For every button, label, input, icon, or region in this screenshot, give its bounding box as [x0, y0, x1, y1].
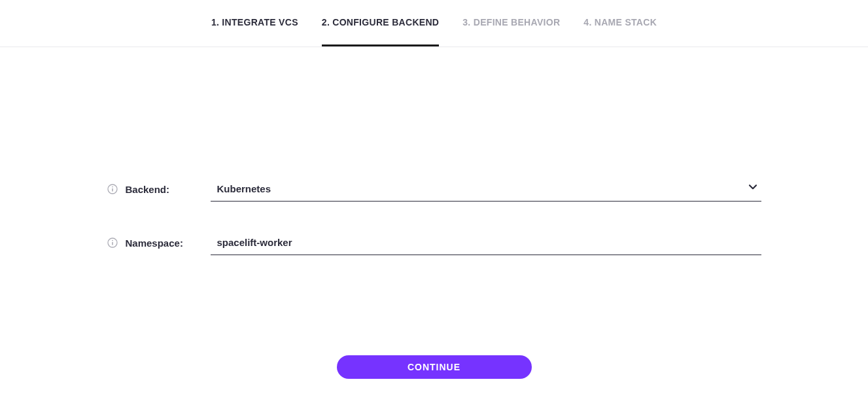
info-icon[interactable] — [107, 184, 118, 194]
namespace-row: Namespace: — [107, 230, 761, 255]
tab-integrate-vcs[interactable]: 1. INTEGRATE VCS — [211, 0, 298, 46]
wizard-steps: 1. INTEGRATE VCS 2. CONFIGURE BACKEND 3.… — [0, 0, 868, 47]
backend-select[interactable]: Kubernetes — [211, 177, 761, 202]
tab-define-behavior: 3. DEFINE BEHAVIOR — [462, 0, 560, 46]
svg-point-2 — [112, 186, 113, 188]
tab-label: 3. DEFINE BEHAVIOR — [462, 17, 560, 27]
tab-name-stack: 4. NAME STACK — [583, 0, 657, 46]
continue-button[interactable]: CONTINUE — [337, 355, 532, 379]
tab-label: 2. CONFIGURE BACKEND — [322, 17, 439, 27]
continue-label: CONTINUE — [408, 362, 460, 372]
backend-row: Backend: Kubernetes — [107, 177, 761, 202]
namespace-input[interactable] — [211, 230, 761, 255]
info-icon[interactable] — [107, 238, 118, 248]
tab-label: 1. INTEGRATE VCS — [211, 17, 298, 27]
svg-point-5 — [112, 240, 113, 241]
backend-label: Backend: — [126, 184, 170, 195]
footer-actions: CONTINUE — [0, 355, 868, 379]
namespace-label: Namespace: — [126, 238, 183, 249]
tab-label: 4. NAME STACK — [583, 17, 657, 27]
form-content: Backend: Kubernetes Namespa — [107, 47, 761, 255]
tab-configure-backend[interactable]: 2. CONFIGURE BACKEND — [322, 0, 439, 46]
